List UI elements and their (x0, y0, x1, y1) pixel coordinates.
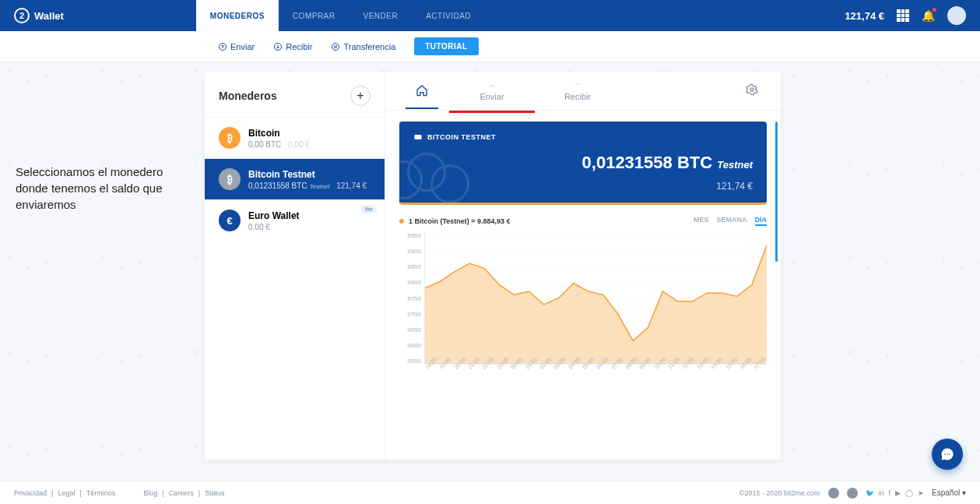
footer-right: ©2015 - 2020 bit2me.com 🐦 in f ▶ ◯ ➤ Esp… (739, 488, 966, 499)
subnav-enviar[interactable]: Enviar (218, 42, 255, 51)
chart-section: 1 Bitcoin (Testnet) = 9.884,93 € MES SEM… (399, 216, 767, 388)
add-wallet-button[interactable]: + (350, 86, 371, 106)
range-mes[interactable]: MES (694, 216, 709, 226)
price-chart: 995099009850980097509700965096009550 18:… (399, 232, 767, 388)
nav-comprar[interactable]: COMPRAR (279, 0, 349, 31)
chart-x-axis: 18:0519:0520:0521:0522:0523:0500:0501:05… (424, 366, 767, 388)
bell-icon[interactable]: 🔔 (922, 9, 935, 22)
footer-privacidad[interactable]: Privacidad (14, 489, 47, 497)
wallet-name: Bitcoin Testnet (248, 169, 367, 180)
tab-home[interactable] (395, 73, 449, 109)
wallet-item-bitcoin-testnet[interactable]: ₿ Bitcoin Testnet 0,01231558 BTC Testnet… (205, 158, 385, 199)
youtube-icon[interactable]: ▶ (895, 489, 901, 497)
balance-card-title-text: BITCOIN TESTNET (427, 133, 496, 141)
wallet-name: Bitcoin (248, 128, 310, 139)
svg-point-3 (750, 88, 753, 91)
nav-actividad[interactable]: ACTIVIDAD (412, 0, 485, 31)
subnav-recibir-label: Recibir (286, 42, 312, 51)
scrollbar[interactable] (775, 122, 778, 262)
coin-watermark-icon (399, 153, 477, 205)
avatar[interactable] (947, 6, 966, 25)
wallet-list-title: Monederos (219, 90, 277, 102)
svg-point-15 (947, 453, 948, 455)
subnav-recibir[interactable]: Recibir (273, 42, 312, 51)
twitter-icon[interactable]: 🐦 (866, 489, 874, 497)
receive-down-icon (273, 42, 283, 51)
footer-blog[interactable]: Blog (143, 489, 157, 497)
wallet-item-bitcoin[interactable]: ₿ Bitcoin 0,00 BTC 0,00 € (205, 117, 385, 158)
lite-badge: lite (361, 205, 377, 213)
bitcoin-testnet-icon: ₿ (219, 168, 241, 190)
footer-terminos[interactable]: Términos (86, 489, 116, 497)
header-right: 121,74 € 🔔 (845, 6, 966, 25)
wallet-name: Euro Wallet (248, 210, 300, 221)
footer-careers[interactable]: Careers (169, 489, 194, 497)
wallet-amount: 0,00 € (248, 223, 300, 231)
app-header: 2 Wallet MONEDEROS COMPRAR VENDER ACTIVI… (0, 0, 980, 31)
chat-button[interactable] (932, 439, 963, 470)
apps-grid-icon[interactable] (897, 9, 909, 22)
subnav-transfer[interactable]: Transferencia (331, 42, 395, 51)
social-links: 🐦 in f ▶ ◯ ➤ (866, 489, 925, 497)
chart-svg (425, 232, 767, 364)
wallet-eur-amount: 121,74 € (336, 182, 367, 190)
instagram-icon[interactable]: ◯ (905, 489, 913, 497)
subnav-transfer-label: Transferencia (343, 42, 395, 51)
balance-card: BITCOIN TESTNET 0,01231558 BTC Testnet 1… (399, 122, 767, 205)
main-card: Monederos + ₿ Bitcoin 0,00 BTC 0,00 € ₿ … (205, 72, 781, 460)
language-selector[interactable]: Español ▾ (932, 488, 966, 497)
balance-crypto: 0,01231558 BTC (582, 153, 713, 172)
balance-testnet-tag: Testnet (717, 159, 753, 171)
range-dia[interactable]: DÍA (755, 216, 767, 226)
wallet-list: Monederos + ₿ Bitcoin 0,00 BTC 0,00 € ₿ … (205, 72, 385, 460)
nav-monederos[interactable]: MONEDEROS (196, 0, 279, 31)
wallet-small-icon (413, 132, 423, 142)
linkedin-icon[interactable]: in (879, 489, 884, 497)
logo-icon: 2 (14, 8, 30, 23)
chart-header: 1 Bitcoin (Testnet) = 9.884,93 € MES SEM… (399, 216, 767, 226)
nav-vender[interactable]: VENDER (349, 0, 413, 31)
tab-recibir-label: Recibir (564, 92, 591, 101)
tutorial-button[interactable]: TUTORIAL (414, 37, 478, 55)
footer-legal[interactable]: Legal (58, 489, 75, 497)
chevron-up-icon: ︿ (449, 80, 535, 90)
send-up-icon (218, 42, 227, 51)
wallet-amount: 0,00 BTC 0,00 € (248, 140, 310, 149)
chart-y-axis: 995099009850980097509700965096009550 (399, 232, 421, 365)
app-logo[interactable]: 2 Wallet (14, 8, 64, 23)
footer: Privacidad | Legal | Términos Blog | Car… (0, 481, 980, 504)
tab-enviar[interactable]: ︿ Enviar (449, 69, 535, 112)
tab-settings[interactable] (732, 83, 771, 99)
app-name: Wallet (34, 10, 64, 22)
subnav-enviar-label: Enviar (230, 42, 255, 51)
facebook-icon[interactable]: f (889, 489, 891, 497)
wallet-crypto-amount: 0,00 BTC (248, 140, 281, 149)
footer-copyright: ©2015 - 2020 bit2me.com (739, 489, 820, 497)
svg-point-16 (949, 453, 950, 455)
chart-rate-label: 1 Bitcoin (Testnet) = 9.884,93 € (409, 217, 511, 225)
detail-tabs: ︿ Enviar ﹀ Recibir (385, 72, 781, 111)
tab-recibir[interactable]: ﹀ Recibir (535, 69, 620, 112)
tab-enviar-label: Enviar (479, 92, 504, 101)
bitcoin-icon: ₿ (219, 127, 241, 149)
chat-icon (940, 447, 954, 461)
euro-icon: € (219, 210, 241, 231)
main-nav: MONEDEROS COMPRAR VENDER ACTIVIDAD (196, 0, 485, 31)
theme-toggle-2-icon[interactable] (847, 488, 858, 499)
legend-dot-icon (399, 219, 404, 224)
footer-status[interactable]: Status (205, 489, 225, 497)
transfer-icon (331, 42, 340, 51)
wallet-detail: ︿ Enviar ﹀ Recibir BITCOIN TESTNET 0,01 (385, 72, 781, 460)
testnet-tag: Testnet (309, 183, 329, 190)
balance-card-title: BITCOIN TESTNET (413, 132, 753, 142)
range-semana[interactable]: SEMANA (716, 216, 746, 226)
header-balance: 121,74 € (845, 10, 884, 22)
svg-point-14 (944, 453, 946, 455)
telegram-icon[interactable]: ➤ (918, 489, 924, 497)
theme-toggle-1-icon[interactable] (828, 488, 839, 499)
sub-nav: Enviar Recibir Transferencia TUTORIAL (0, 31, 980, 62)
gear-icon (746, 83, 758, 96)
wallet-crypto-amount: 0,01231558 BTC (248, 182, 307, 190)
annotation-text: Seleccionamos el monedero donde tenemos … (16, 164, 195, 213)
wallet-item-euro[interactable]: lite € Euro Wallet 0,00 € (205, 199, 385, 241)
